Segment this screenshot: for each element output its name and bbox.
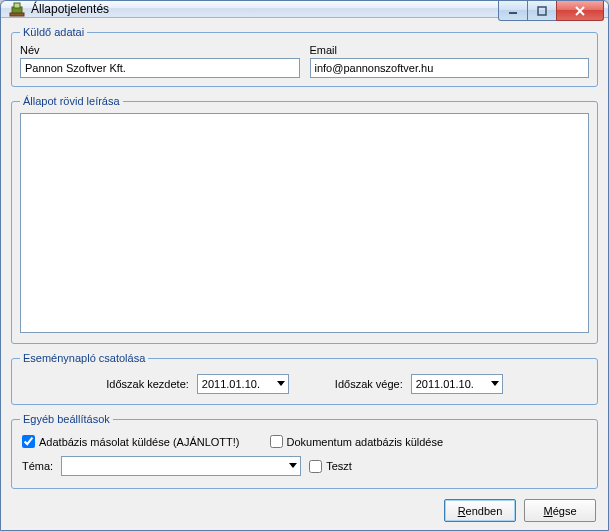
eventlog-legend: Eseménynapló csatolása [20, 352, 148, 364]
theme-label: Téma: [22, 460, 53, 472]
test-text: Teszt [326, 460, 352, 472]
other-settings-legend: Egyéb beállítások [20, 413, 113, 425]
window-title: Állapotjelentés [31, 2, 109, 16]
sender-legend: Küldő adatai [20, 26, 87, 38]
maximize-icon [537, 6, 547, 16]
window-buttons [499, 1, 604, 21]
svg-rect-1 [14, 3, 20, 8]
cancel-button[interactable]: Mégse [524, 499, 596, 522]
period-start-picker[interactable] [197, 374, 289, 394]
period-end-picker[interactable] [411, 374, 503, 394]
doc-db-checkbox[interactable] [270, 435, 283, 448]
doc-db-text: Dokumentum adatbázis küldése [287, 436, 444, 448]
minimize-icon [508, 6, 518, 16]
description-legend: Állapot rövid leírása [20, 95, 123, 107]
db-copy-text: Adatbázis másolat küldése (AJÁNLOTT!) [39, 436, 240, 448]
svg-rect-2 [10, 13, 24, 16]
theme-combo[interactable] [61, 456, 301, 476]
period-end-label: Időszak vége: [335, 378, 403, 390]
name-input[interactable] [20, 58, 300, 78]
other-settings-group: Egyéb beállítások Adatbázis másolat küld… [11, 413, 598, 489]
sender-group: Küldő adatai Név Email [11, 26, 598, 87]
description-textarea[interactable] [20, 113, 589, 333]
dialog-window: Állapotjelentés Küldő adatai Név [0, 0, 609, 531]
email-input[interactable] [310, 58, 590, 78]
eventlog-group: Eseménynapló csatolása Időszak kezdete: … [11, 352, 598, 405]
email-label: Email [310, 44, 590, 56]
description-group: Állapot rövid leírása [11, 95, 598, 344]
title-bar[interactable]: Állapotjelentés [1, 1, 608, 18]
period-end-input[interactable] [411, 374, 503, 394]
dialog-footer: Rendben Mégse [11, 495, 598, 524]
test-checkbox-label[interactable]: Teszt [309, 460, 352, 473]
name-label: Név [20, 44, 300, 56]
period-start-label: Időszak kezdete: [106, 378, 189, 390]
ok-button[interactable]: Rendben [444, 499, 516, 522]
minimize-button[interactable] [498, 1, 528, 21]
svg-rect-4 [538, 7, 546, 15]
test-checkbox[interactable] [309, 460, 322, 473]
dialog-body: Küldő adatai Név Email Állapot rövid leí… [1, 18, 608, 531]
db-copy-checkbox-label[interactable]: Adatbázis másolat küldése (AJÁNLOTT!) [22, 435, 240, 448]
close-icon [574, 6, 586, 16]
theme-input[interactable] [61, 456, 301, 476]
doc-db-checkbox-label[interactable]: Dokumentum adatbázis küldése [270, 435, 444, 448]
app-icon [9, 1, 25, 17]
close-button[interactable] [556, 1, 604, 21]
period-start-input[interactable] [197, 374, 289, 394]
maximize-button[interactable] [527, 1, 557, 21]
svg-rect-3 [509, 12, 517, 14]
db-copy-checkbox[interactable] [22, 435, 35, 448]
